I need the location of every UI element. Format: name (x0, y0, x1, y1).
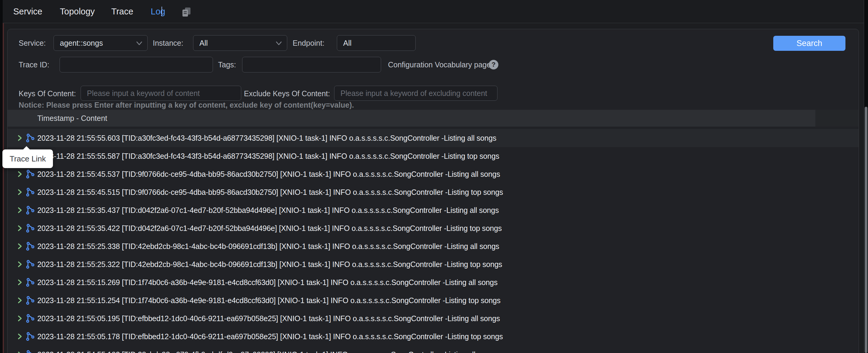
table-header-tail (815, 110, 859, 127)
log-row: 2023-11-28 21:55:35.437 [TID:d042f2a6-07… (7, 201, 859, 219)
text-cursor (161, 7, 162, 16)
trace-link-icon[interactable] (25, 133, 35, 143)
trace-link-icon[interactable] (25, 295, 35, 305)
trace-link-icon[interactable] (25, 169, 35, 179)
nav-tab-service[interactable]: Service (13, 0, 42, 23)
log-content: 2023-11-28 21:54:55.102 [TID:38cbdc98-c9… (37, 346, 497, 353)
endpoint-label: Endpoint: (292, 35, 324, 51)
table-header: Timestamp - Content (7, 110, 815, 127)
expand-chevron-icon[interactable] (16, 260, 24, 268)
trace-id-input[interactable] (60, 57, 213, 72)
expand-chevron-icon[interactable] (16, 315, 24, 322)
copy-document-icon[interactable] (181, 6, 192, 18)
chevron-down-icon (136, 41, 143, 46)
trace-link-icon[interactable] (25, 314, 35, 323)
trace-link-icon[interactable] (25, 205, 35, 215)
log-row: 2023-11-28 21:55:55.587 [TID:a30fc3ed-fc… (7, 147, 859, 165)
log-row: 2023-11-28 21:55:15.269 [TID:1f74b0c6-a3… (7, 273, 859, 291)
nav-tab-log[interactable]: Log (151, 0, 165, 23)
exclude-keys-placeholder: Please input a keyword of excluding cont… (340, 89, 487, 97)
log-content: 2023-11-28 21:55:35.422 [TID:d042f2a6-07… (37, 219, 502, 237)
log-content: 2023-11-28 21:55:15.254 [TID:1f74b0c6-a3… (37, 291, 500, 310)
expand-chevron-icon[interactable] (16, 279, 24, 286)
trace-link-icon[interactable] (25, 350, 35, 353)
tooltip-arrow (23, 146, 30, 150)
notice-text: Notice: Please press Enter after inputti… (19, 101, 354, 109)
keys-of-content-input[interactable]: Please input a keyword of content (81, 86, 241, 101)
log-content: 2023-11-28 21:55:45.537 [TID:9f0766dc-ce… (37, 165, 500, 183)
configuration-vocabulary-link[interactable]: Configuration Vocabulary page (388, 57, 491, 72)
exclude-keys-label: Exclude Keys Of Content: (244, 86, 330, 101)
log-content: 2023-11-28 21:55:55.587 [TID:a30fc3ed-fc… (37, 147, 499, 165)
log-row: 2023-11-28 21:55:45.515 [TID:9f0766dc-ce… (7, 183, 859, 201)
window-left-accent (3, 0, 4, 353)
endpoint-input-value: All (343, 39, 351, 47)
nav-tab-log-label: Log (151, 7, 165, 16)
tags-label: Tags: (218, 57, 236, 72)
log-row: 2023-11-28 21:55:05.195 [TID:efbbed12-1d… (7, 310, 859, 327)
log-content: 2023-11-28 21:55:45.515 [TID:9f0766dc-ce… (37, 183, 503, 201)
service-label: Service: (19, 35, 46, 51)
exclude-keys-input[interactable]: Please input a keyword of excluding cont… (334, 86, 497, 101)
log-content: 2023-11-28 21:55:05.195 [TID:efbbed12-1d… (37, 310, 500, 327)
log-row: 2023-11-28 21:55:15.254 [TID:1f74b0c6-a3… (7, 291, 859, 310)
log-row: 2023-11-28 21:55:25.322 [TID:42ebd2cb-98… (7, 255, 859, 273)
instance-select[interactable]: All (193, 35, 287, 51)
trace-link-icon[interactable] (25, 278, 35, 287)
trace-link-tooltip: Trace Link (2, 150, 53, 168)
top-navigation: Service Topology Trace Log (3, 0, 864, 23)
log-row: 2023-11-28 21:55:05.178 [TID:efbbed12-1d… (7, 327, 859, 346)
log-row: 2023-11-28 21:55:25.338 [TID:42ebd2cb-98… (7, 237, 859, 255)
trace-link-icon[interactable] (25, 332, 35, 341)
log-filter-panel: Service: agent::songs Instance: All Endp… (7, 29, 859, 353)
trace-link-icon[interactable] (25, 259, 35, 269)
chevron-down-icon (276, 41, 282, 46)
keys-of-content-label: Keys Of Content: (19, 86, 76, 101)
trace-link-icon[interactable] (25, 187, 35, 197)
expand-chevron-icon[interactable] (16, 206, 24, 214)
expand-chevron-icon[interactable] (16, 224, 24, 232)
tags-input[interactable] (242, 57, 381, 72)
expand-chevron-icon[interactable] (16, 188, 24, 196)
expand-chevron-icon[interactable] (16, 296, 24, 304)
log-row: 2023-11-28 21:54:55.102 [TID:38cbdc98-c9… (7, 346, 859, 353)
search-button[interactable]: Search (773, 36, 845, 51)
table-header-label: Timestamp - Content (37, 110, 107, 127)
log-content: 2023-11-28 21:55:25.322 [TID:42ebd2cb-98… (37, 255, 502, 273)
log-row: 2023-11-28 21:55:35.422 [TID:d042f2a6-07… (7, 219, 859, 237)
nav-tab-trace[interactable]: Trace (111, 0, 133, 23)
log-content: 2023-11-28 21:55:25.338 [TID:42ebd2cb-98… (37, 237, 499, 255)
expand-chevron-icon[interactable] (16, 242, 24, 250)
log-content: 2023-11-28 21:55:55.603 [TID:a30fc3ed-fc… (37, 129, 496, 147)
expand-chevron-icon[interactable] (16, 332, 24, 341)
expand-chevron-icon[interactable] (16, 170, 24, 178)
log-content: 2023-11-28 21:55:35.437 [TID:d042f2a6-07… (37, 201, 499, 219)
log-content: 2023-11-28 21:55:15.269 [TID:1f74b0c6-a3… (37, 273, 497, 291)
nav-tab-topology[interactable]: Topology (60, 0, 95, 23)
tooltip-text: Trace Link (10, 154, 46, 163)
expand-chevron-icon[interactable] (16, 351, 24, 353)
log-row: 2023-11-28 21:55:45.537 [TID:9f0766dc-ce… (7, 165, 859, 183)
instance-select-value: All (199, 39, 208, 47)
help-icon[interactable]: ? (489, 60, 498, 69)
log-content: 2023-11-28 21:55:05.178 [TID:efbbed12-1d… (37, 327, 503, 346)
log-list: 2023-11-28 21:55:55.603 [TID:a30fc3ed-fc… (7, 129, 859, 353)
service-select[interactable]: agent::songs (54, 35, 148, 51)
trace-link-icon[interactable] (25, 223, 35, 233)
app-window: Service Topology Trace Log Service: agen… (3, 0, 864, 353)
trace-id-label: Trace ID: (19, 57, 49, 72)
instance-label: Instance: (153, 35, 183, 51)
trace-link-icon[interactable] (25, 242, 35, 251)
scrollbar-thumb[interactable] (865, 107, 867, 353)
expand-chevron-icon[interactable] (16, 134, 24, 142)
scrollbar-track[interactable] (864, 0, 868, 353)
keys-of-content-placeholder: Please input a keyword of content (87, 89, 200, 97)
log-row: 2023-11-28 21:55:55.603 [TID:a30fc3ed-fc… (7, 129, 859, 147)
service-select-value: agent::songs (60, 39, 103, 47)
endpoint-input[interactable]: All (337, 35, 416, 51)
